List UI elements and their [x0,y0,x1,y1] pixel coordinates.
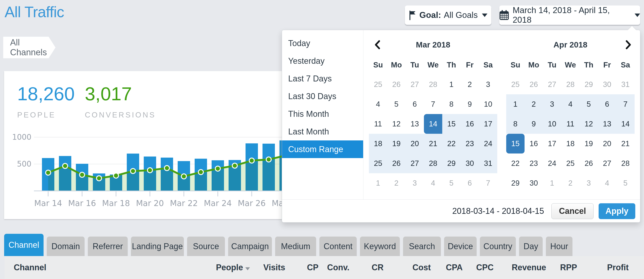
preset-yesterday[interactable]: Yesterday [282,52,363,70]
calendar-day[interactable]: 5 [442,173,460,193]
calendar-day[interactable]: 31 [479,153,497,173]
calendar-day[interactable]: 1 [543,173,561,193]
calendar-day[interactable]: 5 [580,94,598,114]
calendar-day[interactable]: 2 [460,75,479,94]
prev-month-button[interactable] [374,39,381,51]
tab-search[interactable]: Search [403,236,441,256]
calendar-day[interactable]: 5 [387,94,406,114]
calendar-day[interactable]: 10 [543,114,561,134]
calendar-day[interactable]: 1 [506,94,524,114]
calendar-day[interactable]: 7 [479,173,497,193]
calendar-day[interactable]: 27 [598,153,616,173]
preset-today[interactable]: Today [282,35,363,52]
calendar-day[interactable]: 3 [479,75,497,94]
calendar-day[interactable]: 22 [442,134,460,153]
calendar-day[interactable]: 29 [506,173,524,193]
column-header-visits[interactable]: Visits [250,263,285,272]
column-header-cpa[interactable]: CPA [431,263,463,272]
calendar-day[interactable]: 9 [524,114,543,134]
calendar-day[interactable]: 27 [543,75,561,94]
tab-channel[interactable]: Channel [4,234,44,256]
apply-button[interactable]: Apply [598,203,635,219]
column-header-conv-[interactable]: Conv. [318,263,350,272]
calendar-day[interactable]: 3 [543,94,561,114]
calendar-day[interactable]: 12 [580,114,598,134]
tab-campaign[interactable]: Campaign [228,236,272,256]
column-header-channel[interactable]: Channel [14,263,204,272]
calendar-day[interactable]: 20 [598,134,616,153]
calendar-day[interactable]: 6 [598,94,616,114]
calendar-day[interactable]: 17 [479,114,497,134]
calendar-day[interactable]: 16 [524,134,543,153]
preset-last-7-days[interactable]: Last 7 Days [282,70,363,87]
tab-hour[interactable]: Hour [546,236,572,256]
calendar-day[interactable]: 28 [424,153,442,173]
column-header-profit[interactable]: Profit [577,263,629,272]
calendar-day[interactable]: 25 [561,153,580,173]
calendar-day[interactable]: 23 [460,134,479,153]
calendar-day[interactable]: 28 [561,75,580,94]
calendar-day[interactable]: 8 [442,94,460,114]
calendar-day[interactable]: 4 [598,173,616,193]
tab-landing-page[interactable]: Landing Page [131,236,184,256]
calendar-day[interactable]: 6 [460,173,479,193]
column-header-rpp[interactable]: RPP [546,263,577,272]
column-header-cp[interactable]: CP [285,263,318,272]
calendar-day[interactable]: 25 [369,153,387,173]
calendar-day[interactable]: 27 [406,153,424,173]
calendar-day[interactable]: 12 [387,114,406,134]
calendar-day[interactable]: 18 [369,134,387,153]
calendar-day[interactable]: 2 [524,94,543,114]
calendar-day[interactable]: 22 [506,153,524,173]
calendar-day[interactable]: 15 [442,114,460,134]
column-header-revenue[interactable]: Revenue [494,263,546,272]
calendar-day[interactable]: 14 [616,114,634,134]
calendar-day[interactable]: 25 [506,75,524,94]
calendar-day[interactable]: 24 [479,134,497,153]
calendar-day[interactable]: 25 [369,75,387,94]
calendar-day[interactable]: 1 [442,75,460,94]
calendar-day[interactable]: 17 [543,134,561,153]
calendar-day[interactable]: 2 [561,173,580,193]
calendar-day[interactable]: 30 [524,173,543,193]
calendar-day[interactable]: 29 [580,75,598,94]
calendar-day[interactable]: 11 [369,114,387,134]
calendar-day[interactable]: 26 [387,153,406,173]
tab-domain[interactable]: Domain [47,236,84,256]
calendar-day-selected[interactable]: 14 [424,114,442,134]
calendar-day[interactable]: 31 [616,75,634,94]
calendar-day[interactable]: 30 [598,75,616,94]
column-header-cost[interactable]: Cost [384,263,431,272]
calendar-day[interactable]: 3 [580,173,598,193]
calendar-day[interactable]: 9 [460,94,479,114]
calendar-day[interactable]: 2 [387,173,406,193]
calendar-day[interactable]: 28 [424,75,442,94]
calendar-day[interactable]: 13 [598,114,616,134]
calendar-day[interactable]: 21 [616,134,634,153]
calendar-day[interactable]: 13 [406,114,424,134]
calendar-day[interactable]: 24 [543,153,561,173]
calendar-day[interactable]: 18 [561,134,580,153]
calendar-day[interactable]: 30 [460,153,479,173]
calendar-day[interactable]: 1 [369,173,387,193]
calendar-day[interactable]: 26 [387,75,406,94]
date-range-button[interactable]: March 14, 2018 - April 15, 2018 [499,6,640,25]
calendar-day-selected[interactable]: 15 [506,134,524,153]
calendar-day[interactable]: 27 [406,75,424,94]
cancel-button[interactable]: Cancel [552,203,594,219]
calendar-day[interactable]: 19 [387,134,406,153]
calendar-day[interactable]: 10 [479,94,497,114]
goal-selector-button[interactable]: Goal: All Goals [405,6,491,25]
column-header-people[interactable]: People [204,263,250,272]
breadcrumb-all-channels[interactable]: All Channels [3,37,56,58]
calendar-day[interactable]: 3 [406,173,424,193]
tab-referrer[interactable]: Referrer [88,236,128,256]
column-header-cpc[interactable]: CPC [463,263,494,272]
calendar-day[interactable]: 7 [424,94,442,114]
calendar-day[interactable]: 4 [369,94,387,114]
calendar-day[interactable]: 4 [561,94,580,114]
calendar-day[interactable]: 23 [524,153,543,173]
calendar-day[interactable]: 11 [561,114,580,134]
calendar-day[interactable]: 8 [506,114,524,134]
preset-last-month[interactable]: Last Month [282,123,363,140]
